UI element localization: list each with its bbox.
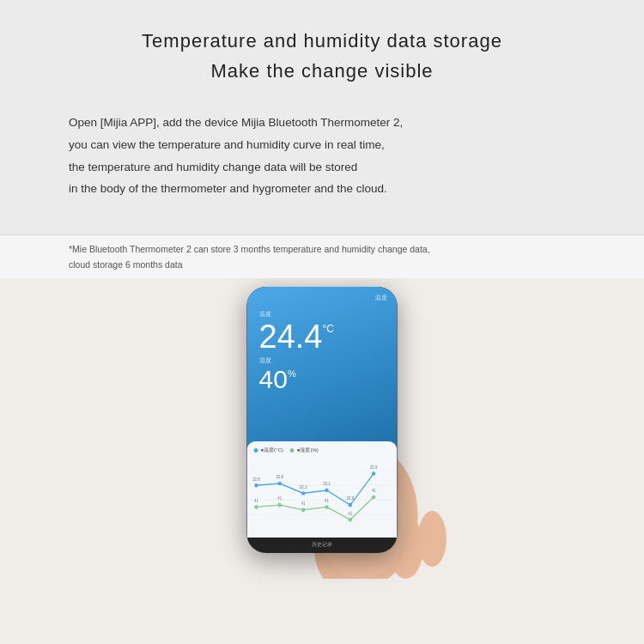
description-text: Open [Mijia APP], add the device Mijia B… bbox=[69, 112, 575, 200]
footnote-section: *Mie Bluetooth Thermometer 2 can store 3… bbox=[0, 234, 644, 278]
humidity-display: 湿度 40 % bbox=[247, 353, 398, 392]
svg-text:22.9: 22.9 bbox=[276, 475, 284, 479]
svg-text:22.0: 22.0 bbox=[347, 496, 355, 501]
svg-point-10 bbox=[254, 505, 258, 509]
phone-status: 温度 bbox=[375, 294, 387, 302]
temp-display: 温度 24.4 °C bbox=[247, 306, 398, 353]
svg-point-4 bbox=[254, 483, 258, 488]
svg-point-11 bbox=[278, 502, 282, 507]
chart-svg: 22.8 22.9 22.1 22.1 22.0 22.9 41 41 41 4… bbox=[247, 456, 398, 525]
legend-hum-label: ●湿度(%) bbox=[297, 447, 319, 454]
humidity-value: 40 % bbox=[259, 367, 386, 392]
svg-text:41: 41 bbox=[254, 498, 258, 502]
phone-mockup: 温度 温度 24.4 °C 湿度 40 bbox=[247, 287, 398, 553]
svg-point-7 bbox=[325, 488, 328, 492]
svg-point-5 bbox=[278, 481, 282, 485]
humidity-unit: % bbox=[288, 369, 296, 379]
temp-label: 温度 bbox=[259, 310, 386, 319]
svg-point-9 bbox=[372, 471, 375, 476]
svg-text:22.8: 22.8 bbox=[252, 477, 260, 481]
title-line1: Temperature and humidity data storage bbox=[69, 26, 575, 56]
svg-point-32 bbox=[418, 511, 447, 567]
svg-text:41: 41 bbox=[372, 489, 376, 493]
legend-hum: ●湿度(%) bbox=[290, 447, 319, 454]
svg-text:41: 41 bbox=[301, 501, 306, 506]
legend-temp-label: ●温度(°C) bbox=[261, 447, 283, 454]
chart-bottom-text: 历史记录 bbox=[312, 541, 332, 549]
humidity-label: 湿度 bbox=[259, 356, 386, 365]
legend-dot-temp bbox=[254, 448, 258, 453]
hand-phone-container: 温度 温度 24.4 °C 湿度 40 bbox=[185, 287, 459, 562]
svg-point-14 bbox=[349, 518, 352, 522]
top-section: Temperature and humidity data storage Ma… bbox=[0, 0, 644, 234]
temp-value: 24.4 °C bbox=[259, 320, 386, 353]
chart-legend: ●温度(°C) ●湿度(%) bbox=[247, 441, 398, 456]
svg-text:41: 41 bbox=[277, 496, 282, 501]
page-wrapper: Temperature and humidity data storage Ma… bbox=[0, 0, 644, 644]
svg-text:22.1: 22.1 bbox=[300, 484, 307, 489]
svg-text:41: 41 bbox=[325, 498, 329, 502]
svg-point-6 bbox=[301, 491, 305, 495]
svg-text:41: 41 bbox=[348, 511, 352, 515]
legend-temp: ●温度(°C) bbox=[254, 447, 283, 454]
phone-top-bar: 温度 bbox=[247, 287, 398, 306]
svg-point-12 bbox=[301, 507, 305, 512]
humidity-number: 40 bbox=[259, 367, 288, 392]
svg-text:22.1: 22.1 bbox=[323, 482, 331, 486]
svg-text:22.9: 22.9 bbox=[370, 465, 378, 469]
temp-unit: °C bbox=[322, 324, 333, 334]
temp-number: 24.4 bbox=[259, 320, 323, 353]
footnote-text: *Mie Bluetooth Thermometer 2 can store 3… bbox=[69, 242, 575, 273]
phone-screen: 温度 温度 24.4 °C 湿度 40 bbox=[247, 287, 398, 553]
main-title: Temperature and humidity data storage Ma… bbox=[69, 26, 575, 86]
svg-point-15 bbox=[372, 495, 375, 499]
phone-section: 温度 温度 24.4 °C 湿度 40 bbox=[0, 278, 644, 644]
chart-bottom-bar: 历史记录 bbox=[247, 538, 398, 553]
title-line2: Make the change visible bbox=[69, 56, 575, 86]
legend-dot-hum bbox=[290, 448, 295, 453]
chart-area: ●温度(°C) ●湿度(%) bbox=[247, 441, 398, 553]
svg-point-13 bbox=[325, 505, 328, 509]
svg-point-8 bbox=[349, 502, 352, 507]
